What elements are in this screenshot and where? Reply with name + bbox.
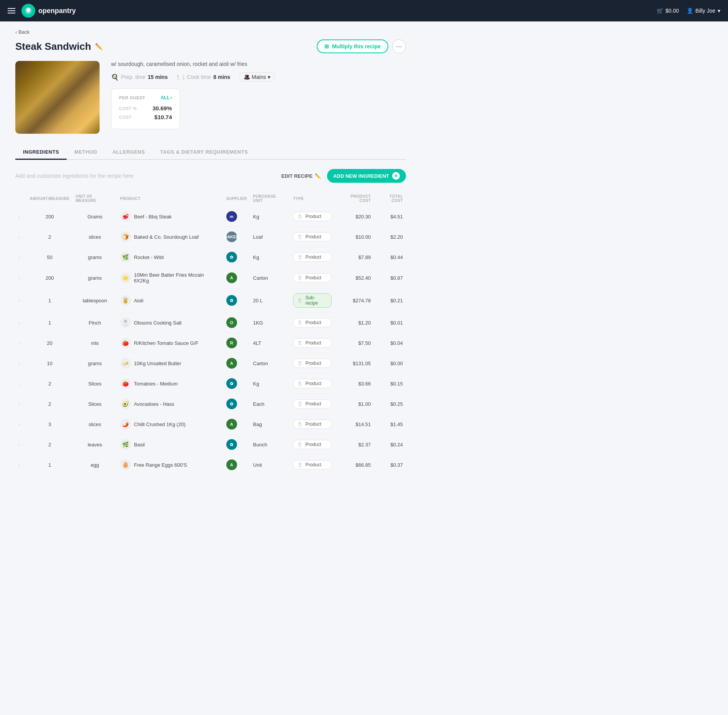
row-expand[interactable]: › <box>15 313 27 333</box>
row-supplier: ✿ <box>223 374 250 394</box>
supplier-logo: R <box>226 338 237 348</box>
row-supplier: ✿ <box>223 394 250 414</box>
product-name: Olssons Cooking Salt <box>134 320 182 326</box>
cook-time-meta: 🍽️ Cook time 8 mins <box>177 74 230 81</box>
chevron-right-icon[interactable]: › <box>18 320 20 326</box>
table-row: › 1 Pinch 🧂 Olssons Cooking Salt O 1KG 🍴… <box>15 313 406 333</box>
recipe-meta: 🍳 Prep. time 15 mins 🍽️ Cook time 8 mins… <box>111 72 406 82</box>
type-label: Product <box>305 421 321 427</box>
type-icon: 🍴 <box>297 298 303 303</box>
header-actions: ⊞ Multiply this recipe ··· <box>317 39 406 53</box>
row-expand[interactable]: › <box>15 435 27 455</box>
recipe-body: w/ sourdough, caramelised onion, rocket … <box>15 61 406 134</box>
chevron-right-icon[interactable]: › <box>18 442 20 448</box>
more-options-button[interactable]: ··· <box>392 39 406 53</box>
tab-allergens[interactable]: ALLERGENS <box>105 145 153 160</box>
chevron-right-icon[interactable]: › <box>18 276 20 281</box>
top-navigation: openpantry 🛒 $0.00 👤 Billy Joe ▾ <box>0 0 728 21</box>
row-expand[interactable]: › <box>15 207 27 227</box>
table-row: › 10 grams 🧈 10Kg Unsalted Butter A Cart… <box>15 353 406 374</box>
row-expand[interactable]: › <box>15 333 27 353</box>
recipe-details: w/ sourdough, caramelised onion, rocket … <box>111 61 406 134</box>
chevron-right-icon[interactable]: › <box>18 214 20 220</box>
supplier-logo: ✿ <box>226 378 237 389</box>
row-product-cost: $7.89 <box>335 247 374 267</box>
user-menu[interactable]: 👤 Billy Joe ▾ <box>687 8 720 14</box>
row-product-cost: $20.30 <box>335 207 374 227</box>
chevron-right-icon[interactable]: › <box>18 402 20 407</box>
tab-tags[interactable]: TAGS & DIETARY REQUIREMENTS <box>152 145 255 160</box>
chevron-right-icon[interactable]: › <box>18 361 20 366</box>
edit-recipe-button[interactable]: EDIT RECIPE ✏️ <box>281 173 321 179</box>
row-expand[interactable]: › <box>15 289 27 313</box>
row-expand[interactable]: › <box>15 394 27 414</box>
row-uom: Slices <box>73 374 117 394</box>
row-type: 🍴 Product <box>290 313 335 333</box>
type-label: Product <box>305 254 321 260</box>
chevron-right-icon[interactable]: › <box>18 298 20 303</box>
add-ingredient-button[interactable]: ADD NEW INGREDIENT + <box>327 169 406 183</box>
row-expand[interactable]: › <box>15 353 27 374</box>
type-label: Product <box>305 340 321 346</box>
row-expand[interactable]: › <box>15 374 27 394</box>
row-supplier: ✿ <box>223 247 250 267</box>
row-purchase-unit: Bag <box>250 414 290 435</box>
col-purchase-unit: PURCHASE UNIT <box>250 190 290 207</box>
multiply-recipe-button[interactable]: ⊞ Multiply this recipe <box>317 39 388 53</box>
row-expand[interactable]: › <box>15 227 27 247</box>
table-row: › 50 grams 🌿 Rocket - Wild ✿ Kg 🍴 Produc… <box>15 247 406 267</box>
row-product-cost: $3.66 <box>335 374 374 394</box>
all-link[interactable]: ALL › <box>161 95 172 100</box>
table-row: › 200 Grams 🥩 Beef - Bbq Steak m Kg 🍴 Pr… <box>15 207 406 227</box>
row-expand[interactable]: › <box>15 414 27 435</box>
type-badge: 🍴 Sub-recipe <box>293 293 332 308</box>
cook-time-icon: 🍽️ <box>177 74 185 81</box>
chevron-right-icon[interactable]: › <box>18 341 20 346</box>
row-amount: 50 <box>27 247 73 267</box>
row-product-cost: $66.85 <box>335 455 374 475</box>
type-label: Product <box>305 381 321 386</box>
chevron-right-icon[interactable]: › <box>18 422 20 427</box>
chevron-right-icon[interactable]: › <box>18 462 20 468</box>
supplier-logo: A <box>226 272 237 283</box>
type-icon: 🍴 <box>297 275 303 280</box>
category-tag[interactable]: 🎩 Mains ▾ <box>239 72 274 82</box>
supplier-logo: A <box>226 358 237 369</box>
chevron-right-icon[interactable]: › <box>18 381 20 387</box>
col-total-cost: TOTAL COST <box>374 190 406 207</box>
nav-left: openpantry <box>8 4 76 18</box>
tab-ingredients[interactable]: INGREDIENTS <box>15 145 67 160</box>
row-total-cost: $1.45 <box>374 414 406 435</box>
row-uom: leaves <box>73 435 117 455</box>
recipe-image <box>15 61 100 134</box>
hamburger-menu[interactable] <box>8 8 15 13</box>
row-purchase-unit: Loaf <box>250 227 290 247</box>
edit-recipe-icon[interactable]: ✏️ <box>95 43 103 50</box>
type-icon: 🍴 <box>297 320 303 325</box>
row-total-cost: $0.37 <box>374 455 406 475</box>
row-supplier: A <box>223 414 250 435</box>
table-row: › 2 leaves 🌿 Basil ✿ Bunch 🍴 Product $2.… <box>15 435 406 455</box>
type-label: Product <box>305 320 321 325</box>
type-badge: 🍴 Product <box>293 399 332 408</box>
row-product-cost: $52.40 <box>335 267 374 289</box>
supplier-logo: A <box>226 419 237 430</box>
chevron-right-icon[interactable]: › <box>18 255 20 260</box>
type-icon: 🍴 <box>297 442 303 447</box>
row-purchase-unit: Bunch <box>250 435 290 455</box>
row-expand[interactable]: › <box>15 455 27 475</box>
row-expand[interactable]: › <box>15 267 27 289</box>
chevron-right-icon[interactable]: › <box>18 235 20 240</box>
cart-button[interactable]: 🛒 $0.00 <box>657 8 679 14</box>
row-expand[interactable]: › <box>15 247 27 267</box>
product-name: Basil <box>134 442 145 448</box>
col-amount: AMOUNT/MEASURE <box>27 190 73 207</box>
row-purchase-unit: Each <box>250 394 290 414</box>
back-link[interactable]: ‹ Back <box>15 29 406 35</box>
type-label: Product <box>305 275 321 280</box>
tab-method[interactable]: METHOD <box>67 145 105 160</box>
cost-row: COST $10.74 <box>119 114 172 120</box>
type-badge: 🍴 Product <box>293 420 332 429</box>
row-type: 🍴 Product <box>290 227 335 247</box>
row-purchase-unit: 4LT <box>250 333 290 353</box>
